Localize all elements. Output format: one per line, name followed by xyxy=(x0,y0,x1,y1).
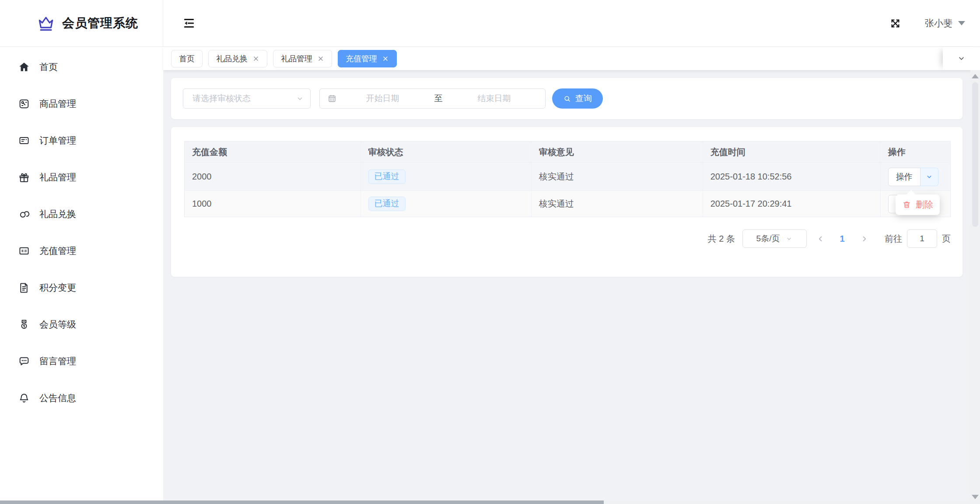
select-placeholder: 请选择审核状态 xyxy=(192,93,251,104)
search-button[interactable]: 查询 xyxy=(552,88,603,109)
end-date-input[interactable]: 结束日期 xyxy=(448,93,540,104)
tab-recharge-active[interactable]: 充值管理 xyxy=(338,50,397,67)
fullscreen-icon[interactable] xyxy=(889,18,901,29)
goto-label: 前往 xyxy=(885,233,902,245)
goto-page-input[interactable] xyxy=(907,229,937,248)
next-page-button[interactable] xyxy=(850,235,878,243)
sidebar-item-label: 充值管理 xyxy=(39,245,76,257)
sidebar-item-label: 留言管理 xyxy=(39,355,76,367)
exchange-icon xyxy=(18,208,30,220)
message-icon xyxy=(18,355,30,367)
status-badge: 已通过 xyxy=(368,197,406,211)
delete-label: 删除 xyxy=(916,199,933,211)
page-number-1[interactable]: 1 xyxy=(834,234,850,244)
sidebar-item-announcements[interactable]: 公告信息 xyxy=(0,380,163,416)
action-dropdown-toggle[interactable] xyxy=(920,168,938,186)
audit-status-select[interactable]: 请选择审核状态 xyxy=(183,88,311,109)
chevron-down-icon xyxy=(925,173,933,181)
tab-label: 首页 xyxy=(179,53,195,64)
sidebar-item-messages[interactable]: 留言管理 xyxy=(0,343,163,380)
horizontal-scrollbar-thumb[interactable] xyxy=(0,500,604,504)
cell-amount: 1000 xyxy=(185,191,361,217)
user-caret-down-icon xyxy=(958,21,965,25)
sidebar-item-gift-admin[interactable]: 礼品管理 xyxy=(0,159,163,196)
column-header-time: 充值时间 xyxy=(703,141,881,162)
table-row: 1000 已通过 核实通过 2025-01-17 20:29:41 操作 xyxy=(185,190,950,217)
tab-list-dropdown-button[interactable] xyxy=(943,47,980,70)
top-bar: 会员管理系统 张小斐 xyxy=(0,0,980,47)
gift-icon xyxy=(18,171,30,183)
sidebar-item-home[interactable]: 首页 xyxy=(0,49,163,85)
sidebar-item-label: 积分变更 xyxy=(39,282,76,294)
prev-page-button[interactable] xyxy=(807,235,834,243)
sidebar-item-label: 会员等级 xyxy=(39,318,76,331)
crown-icon xyxy=(37,14,55,32)
menu-item-delete[interactable]: 删除 xyxy=(896,194,940,215)
column-header-amount: 充值金额 xyxy=(185,141,361,162)
row-action-split-button: 操作 xyxy=(888,168,938,186)
recharge-icon xyxy=(18,245,30,257)
sidebar-item-member-level[interactable]: 会员等级 xyxy=(0,306,163,343)
chevron-right-icon xyxy=(860,235,868,243)
cell-amount: 2000 xyxy=(185,163,361,190)
sidebar-item-label: 礼品兑换 xyxy=(39,208,76,220)
action-button[interactable]: 操作 xyxy=(888,168,920,186)
tab-gift-admin[interactable]: 礼品管理 xyxy=(273,50,332,67)
pagination-total: 共 2 条 xyxy=(708,233,735,245)
cell-status: 已通过 xyxy=(361,191,532,217)
column-header-opinion: 审核意见 xyxy=(532,141,703,162)
sidebar-item-orders[interactable]: 订单管理 xyxy=(0,122,163,159)
table-row: 2000 已通过 核实通过 2025-01-18 10:52:56 操作 xyxy=(185,162,950,190)
date-range-picker[interactable]: 开始日期 至 结束日期 xyxy=(319,88,546,109)
cell-opinion: 核实通过 xyxy=(532,163,703,190)
start-date-input[interactable]: 开始日期 xyxy=(337,93,428,104)
page-unit-label: 页 xyxy=(942,233,951,245)
cell-time: 2025-01-18 10:52:56 xyxy=(703,163,881,190)
scroll-up-arrow-icon[interactable] xyxy=(972,74,979,78)
recharge-table: 充值金额 审核状态 审核意见 充值时间 操作 2000 已通过 核实通过 202… xyxy=(184,141,951,217)
tab-home[interactable]: 首页 xyxy=(171,50,203,67)
chevron-down-icon xyxy=(785,235,793,243)
sidebar-item-goods[interactable]: 商品管理 xyxy=(0,85,163,122)
close-icon[interactable] xyxy=(382,55,389,62)
page-size-select[interactable]: 5条/页 xyxy=(742,229,807,248)
trash-icon xyxy=(902,200,911,209)
filter-bar: 请选择审核状态 开始日期 至 结束日期 查询 xyxy=(171,78,962,119)
tab-label: 充值管理 xyxy=(346,53,377,64)
cell-status: 已通过 xyxy=(361,163,532,190)
sidebar-item-gift-exchange[interactable]: 礼品兑换 xyxy=(0,196,163,233)
sidebar-item-recharge[interactable]: 充值管理 xyxy=(0,233,163,269)
tab-gift-exchange[interactable]: 礼品兑换 xyxy=(208,50,267,67)
close-icon[interactable] xyxy=(317,55,324,62)
app-title: 会员管理系统 xyxy=(62,15,138,32)
cell-actions: 操作 xyxy=(881,163,950,190)
sidebar-item-points[interactable]: 积分变更 xyxy=(0,269,163,306)
sidebar-item-label: 公告信息 xyxy=(39,392,76,404)
cell-time: 2025-01-17 20:29:41 xyxy=(703,191,881,217)
column-header-actions: 操作 xyxy=(881,141,950,162)
home-icon xyxy=(18,61,30,73)
column-header-status: 审核状态 xyxy=(361,141,532,162)
search-button-label: 查询 xyxy=(575,93,592,104)
app-logo: 会员管理系统 xyxy=(0,0,163,46)
cell-opinion: 核实通过 xyxy=(532,191,703,217)
recharge-table-card: 充值金额 审核状态 审核意见 充值时间 操作 2000 已通过 核实通过 202… xyxy=(171,127,962,277)
page-content: 请选择审核状态 开始日期 至 结束日期 查询 xyxy=(163,70,980,504)
user-name: 张小斐 xyxy=(925,17,952,29)
orders-icon xyxy=(18,134,30,147)
date-separator: 至 xyxy=(428,93,448,104)
scroll-down-arrow-icon[interactable] xyxy=(972,495,979,499)
vertical-scrollbar-thumb[interactable] xyxy=(972,82,978,227)
goods-icon xyxy=(18,98,30,110)
goto-page-group: 前往 页 xyxy=(885,229,951,248)
chevron-left-icon xyxy=(816,235,825,243)
vertical-scrollbar[interactable] xyxy=(970,70,980,504)
user-menu[interactable]: 张小斐 xyxy=(925,17,965,29)
close-icon[interactable] xyxy=(252,55,259,62)
sidebar-item-label: 礼品管理 xyxy=(39,171,76,183)
status-badge: 已通过 xyxy=(368,169,406,184)
sidebar-item-label: 首页 xyxy=(39,61,58,73)
notice-icon xyxy=(18,392,30,404)
sidebar-fold-icon[interactable] xyxy=(182,17,196,30)
horizontal-scrollbar[interactable] xyxy=(0,500,970,504)
